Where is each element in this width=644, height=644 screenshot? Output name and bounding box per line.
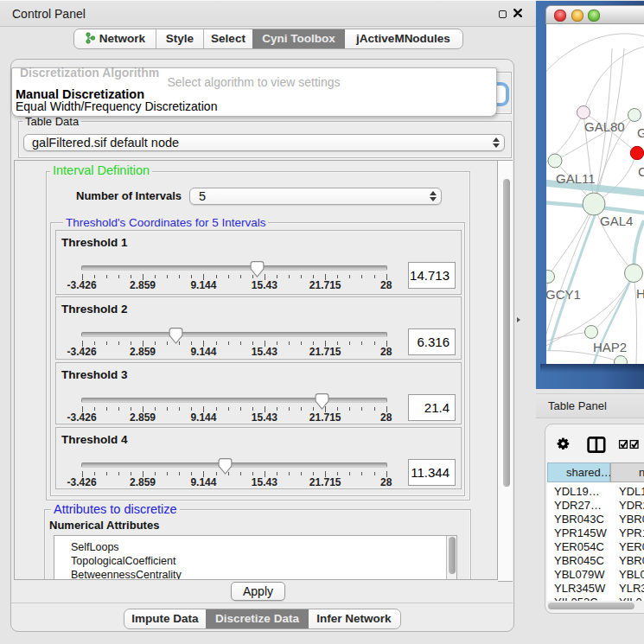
svg-text:G: G	[637, 125, 644, 140]
svg-text:H: H	[636, 286, 644, 301]
svg-text:C: C	[638, 164, 644, 179]
svg-text:GAL11: GAL11	[556, 171, 596, 186]
svg-text:GAL4: GAL4	[600, 214, 633, 228]
svg-text:GCY1: GCY1	[546, 287, 581, 302]
svg-text:HAP2: HAP2	[593, 340, 627, 354]
svg-text:GAL80: GAL80	[584, 119, 625, 134]
